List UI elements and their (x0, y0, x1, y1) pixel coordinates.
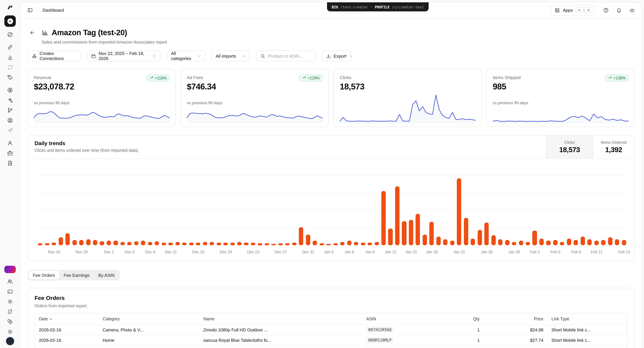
categories-select[interactable]: All categories (167, 51, 206, 61)
chart-bar (478, 230, 482, 245)
trend-up-icon (608, 76, 612, 80)
imports-select[interactable]: All imports (211, 51, 250, 61)
chart-bar (574, 240, 578, 245)
chart-bar (141, 241, 146, 245)
compass-icon[interactable] (7, 31, 13, 37)
x-tick-label: Jan 15 (405, 250, 417, 254)
chart-bar (539, 239, 544, 245)
chart-bar (430, 222, 434, 245)
stat-value: 18,573 (340, 82, 475, 91)
stat-value: 985 (493, 82, 628, 91)
chart-bar (361, 243, 365, 245)
chart-bar (422, 235, 427, 245)
column-header: ASIN (362, 317, 454, 321)
chart-bar (100, 241, 104, 245)
daily-trends-header: Daily trends Clicks and items ordered ov… (28, 135, 634, 159)
tag-icon[interactable] (7, 74, 13, 80)
git-branch-icon[interactable] (7, 107, 13, 113)
notifications-icon[interactable] (616, 7, 622, 13)
chart-bar (388, 229, 392, 245)
briefcase-icon[interactable] (7, 150, 13, 156)
x-tick-label: Dec 27 (274, 250, 287, 254)
chart-bar (175, 242, 180, 245)
tab-by-asin[interactable]: By ASIN (94, 271, 119, 280)
chart-bar (615, 239, 619, 245)
chevron-down-icon (349, 54, 353, 58)
creator-connections-button[interactable]: Creator Connections (28, 51, 81, 61)
chart-bar (498, 239, 502, 245)
toggle-value: 18,573 (559, 146, 580, 154)
credit-card-icon[interactable] (7, 288, 13, 294)
help-icon[interactable] (603, 7, 609, 13)
search-icon (260, 53, 265, 58)
x-tick-label: Dec 11 (165, 250, 177, 254)
chart-bar (532, 231, 537, 245)
toggle-items-ordered[interactable]: Items Ordered 1,392 (593, 135, 634, 158)
user-avatar[interactable] (6, 337, 14, 345)
table-row[interactable]: 2026-02-16Homesancua Royal Blue Tableclo… (35, 335, 627, 345)
chart-bar (312, 241, 317, 245)
send-icon[interactable] (7, 127, 13, 133)
back-button[interactable] (28, 28, 37, 37)
fee-orders-title: Fee Orders (34, 295, 628, 302)
sidebar-toggle-icon[interactable] (27, 7, 33, 13)
robot-icon[interactable] (629, 7, 635, 13)
table-row[interactable]: 2026-02-16HomeCotton Craft - Scandia Str… (35, 345, 627, 348)
app-window: + Dashboard BIO /test-creator · PROFILE … (0, 0, 644, 348)
tab-fee-orders[interactable]: Fee Orders (28, 271, 59, 280)
stat-card-items-shipped: Items Shipped 985 +138% vs previous 90 d… (486, 69, 634, 127)
column-header: Link Type (548, 317, 627, 321)
profile-path: /c/creator-test (392, 5, 424, 9)
table-row[interactable]: 2026-02-16Camera, Photo & V...Zmodo 1080… (35, 324, 627, 335)
chart-bar (505, 240, 509, 245)
chart-bar (347, 241, 351, 245)
export-button[interactable]: Export (322, 51, 352, 61)
chart-bar (265, 243, 269, 245)
bar-chart-icon[interactable] (7, 54, 13, 60)
badge-dollar-icon[interactable] (7, 87, 13, 93)
clicks-sparkline (340, 92, 476, 123)
imports-value: All imports (216, 53, 236, 58)
user-icon[interactable] (7, 140, 13, 146)
download-icon (326, 53, 331, 58)
file-text-icon[interactable] (7, 160, 13, 166)
chart-bar (292, 243, 296, 245)
apps-button[interactable]: Apps ⌘ + K (550, 5, 596, 15)
sun-icon[interactable] (7, 329, 13, 335)
unlink-icon[interactable] (7, 309, 13, 315)
daily-trends-subtitle: Clicks and items ordered over time (from… (34, 148, 138, 153)
x-tick-label: Dec 15 (192, 250, 204, 254)
workspace-avatar[interactable] (4, 266, 16, 273)
fee-orders-table: DateCategoryNameASINQtyPriceLink Type202… (34, 313, 628, 348)
chart-bar (608, 237, 612, 245)
toggle-clicks[interactable]: Clicks 18,573 (546, 135, 593, 158)
sparkles-icon[interactable] (7, 97, 13, 103)
circle-user-icon[interactable] (7, 117, 13, 123)
chart-bar (340, 242, 344, 245)
stat-cards: Revenue $23,078.72 +118% vs previous 90 … (28, 69, 634, 127)
tag-help-icon[interactable] (7, 319, 13, 325)
active-app-tile[interactable]: + (4, 15, 16, 27)
chart-bar (306, 235, 310, 245)
link-icon[interactable] (7, 44, 13, 50)
chart-bar (354, 242, 358, 245)
tab-fee-earnings[interactable]: Fee Earnings (59, 271, 94, 280)
x-tick-label: Feb 15 (618, 250, 630, 254)
bio-path: /test-creator (340, 5, 368, 9)
refresh-icon[interactable] (7, 64, 13, 70)
date-range-picker[interactable]: Nov 22, 2025 – Feb 19, 2026 (86, 51, 161, 61)
column-header: Name (199, 317, 362, 321)
gear-icon[interactable] (7, 298, 13, 305)
page-title: Amazon Tag (test-20) (52, 28, 127, 37)
search-input[interactable] (268, 53, 312, 58)
top-bar-actions: Apps ⌘ + K (550, 5, 635, 15)
x-tick-label: Feb 8 (571, 250, 581, 254)
column-header[interactable]: Date (35, 317, 98, 321)
users-icon[interactable] (7, 278, 13, 284)
chart-bar (484, 223, 489, 245)
url-preview-badge[interactable]: BIO /test-creator · PROFILE /c/creator-t… (327, 2, 428, 11)
chart-bar (526, 242, 530, 245)
sidebar-icon-groups (7, 31, 13, 173)
chart-bar (168, 243, 173, 245)
x-tick-label: Jan 6 (345, 250, 354, 254)
